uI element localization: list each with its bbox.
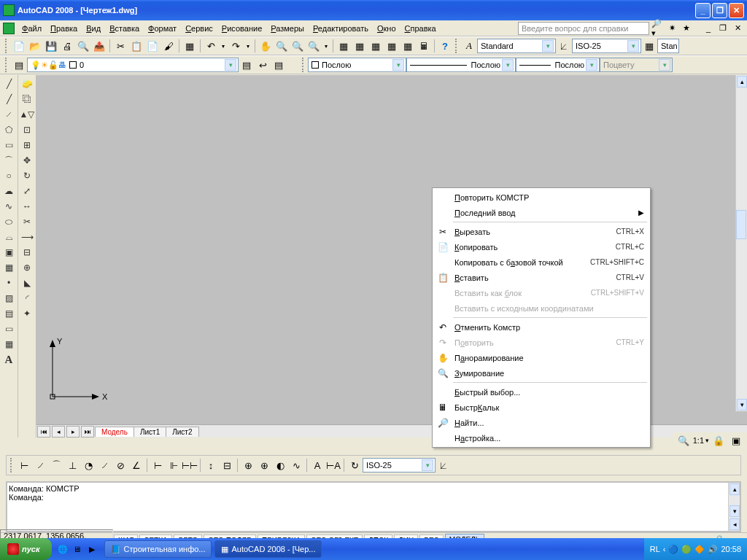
dimstyle-icon[interactable]: ⟀ [557, 39, 571, 53]
ctx-item[interactable]: Настройка... [434, 430, 649, 446]
design-center-icon[interactable]: ▦ [352, 39, 367, 53]
point-icon[interactable]: • [1, 276, 16, 290]
ctx-item[interactable]: 🔍Зумирование [434, 365, 649, 381]
region-icon[interactable]: ▭ [1, 322, 16, 336]
media-icon[interactable]: ▶ [85, 542, 98, 556]
dim-edit-icon[interactable]: A [310, 458, 325, 472]
layer-combo[interactable]: 💡 ☀ 🔓 🖶 0 ▾ [27, 58, 239, 72]
extend-icon[interactable]: ⟶ [20, 230, 34, 244]
zoom-prev-icon[interactable]: 🔍 [290, 39, 305, 53]
scroll-up-icon[interactable]: ▴ [737, 76, 747, 88]
maximize-button[interactable]: ❐ [712, 3, 727, 18]
ctx-item[interactable]: ↶Отменить Комстр [434, 319, 649, 335]
lang-indicator[interactable]: RL [650, 545, 660, 553]
zoom-drop-icon[interactable]: ▾ [322, 39, 330, 53]
dim-angular-icon[interactable]: ∠ [129, 458, 144, 472]
break-icon[interactable]: ⊟ [20, 245, 34, 260]
ctx-item[interactable]: 🖩БыстрКальк [434, 400, 649, 415]
chevron-down-icon[interactable]: ▾ [502, 59, 514, 71]
maximize-viewport-icon[interactable]: ▣ [729, 433, 743, 448]
tab-layout2[interactable]: Лист2 [166, 427, 198, 437]
rotate-icon[interactable]: ↻ [20, 168, 34, 183]
menu-Правка[interactable]: Правка [46, 23, 82, 34]
mdi-restore-icon[interactable]: ❐ [716, 22, 729, 35]
dim-linear-icon[interactable]: ⊢ [17, 458, 31, 472]
open-icon[interactable]: 📂 [28, 39, 42, 53]
chevron-down-icon[interactable]: ▾ [225, 59, 236, 71]
tab-prev-icon[interactable]: ◂ [52, 426, 65, 438]
markup-icon[interactable]: ▦ [400, 39, 415, 53]
menu-Рисование[interactable]: Рисование [217, 23, 266, 34]
new-icon[interactable]: 📄 [12, 39, 26, 53]
grip[interactable] [455, 39, 459, 53]
redo-icon[interactable]: ↷ [228, 39, 243, 53]
dim-radius-icon[interactable]: ◔ [81, 458, 96, 472]
insert-block-icon[interactable]: ▣ [1, 245, 16, 260]
tray-icon[interactable]: 🟢 [681, 545, 692, 554]
grip[interactable] [10, 458, 14, 472]
search-combo-icon[interactable]: 🔎▾ [651, 22, 664, 35]
mirror-icon[interactable]: ▲▽ [20, 107, 34, 122]
polygon-icon[interactable]: ⬠ [1, 122, 16, 137]
revcloud-icon[interactable]: ☁ [1, 184, 16, 198]
offset-icon[interactable]: ⊡ [20, 122, 34, 137]
grip[interactable] [5, 39, 9, 53]
desktop-icon[interactable]: 🖥 [71, 542, 84, 556]
trim-icon[interactable]: ✂ [20, 214, 34, 229]
text-style-combo[interactable]: Standard ▾ [477, 39, 556, 53]
gradient-icon[interactable]: ▤ [1, 306, 16, 321]
chevron-down-icon[interactable]: ▾ [586, 59, 597, 71]
preview-icon[interactable]: 🔍 [76, 39, 90, 53]
fillet-icon[interactable]: ◜ [20, 291, 34, 306]
cmd-scrollbar[interactable]: ▴ ▾ ◂ [728, 483, 740, 531]
center-mark-icon[interactable]: ⊕ [257, 458, 271, 472]
line-icon[interactable]: ╱ [1, 77, 16, 91]
ellipse-arc-icon[interactable]: ⌓ [1, 230, 16, 244]
mdi-close-icon[interactable]: ✕ [731, 22, 744, 35]
lock-scale-icon[interactable]: 🔒 [711, 433, 726, 448]
doc-icon[interactable] [3, 23, 15, 34]
dim-arc-icon[interactable]: ⌒ [49, 458, 63, 472]
grip[interactable] [302, 58, 306, 72]
ctx-item[interactable]: 📋ВставитьCTRL+V [434, 270, 649, 285]
tab-next-icon[interactable]: ▸ [66, 426, 80, 438]
chevron-down-icon[interactable]: ▾ [392, 59, 404, 71]
layer-states-icon[interactable]: ▤ [239, 58, 254, 72]
dim-baseline-icon[interactable]: ⊩ [166, 458, 181, 472]
copy-icon[interactable]: 📋 [129, 39, 144, 53]
tolerance-icon[interactable]: ⊕ [241, 458, 255, 472]
tab-model[interactable]: Модель [95, 427, 134, 437]
scroll-down-icon[interactable]: ▾ [729, 505, 740, 517]
dimstyle-dlg-icon[interactable]: ⟀ [436, 458, 451, 472]
hatch-icon[interactable]: ▨ [1, 291, 16, 306]
table-icon[interactable]: ▦ [1, 337, 16, 351]
sheetset-icon[interactable]: ▦ [384, 39, 399, 53]
scroll-up-icon[interactable]: ▴ [729, 483, 740, 495]
layer-prev-icon[interactable]: ↩ [255, 58, 270, 72]
clock[interactable]: 20:58 [721, 545, 741, 553]
color-combo[interactable]: Послою ▾ [308, 58, 406, 72]
ctx-item[interactable]: Быстрый выбор... [434, 384, 649, 400]
mtext-icon[interactable]: A [1, 352, 16, 367]
ctx-item[interactable]: ✂ВырезатьCTRL+X [434, 224, 649, 239]
join-icon[interactable]: ⊕ [20, 260, 34, 275]
dim-break-icon[interactable]: ⊟ [220, 458, 234, 472]
copy-obj-icon[interactable]: ⿻ [20, 92, 34, 106]
grip[interactable] [5, 58, 9, 72]
dim-style-combo2[interactable]: ISO-25 ▾ [363, 458, 436, 472]
cut-icon[interactable]: ✂ [113, 39, 128, 53]
linetype-combo[interactable]: Послою ▾ [406, 58, 516, 72]
dim-ordinate-icon[interactable]: ⊥ [65, 458, 80, 472]
lineweight-combo[interactable]: Послою ▾ [516, 58, 600, 72]
chevron-down-icon[interactable]: ▾ [705, 437, 709, 444]
inspection-icon[interactable]: ◐ [273, 458, 287, 472]
start-button[interactable]: пуск [0, 538, 52, 560]
matchprop-icon[interactable]: 🖌 [161, 39, 176, 53]
task-item[interactable]: ▦ AutoCAD 2008 - [Чер... [214, 540, 322, 558]
ctx-item[interactable]: Копировать с базовой точкойCTRL+SHIFT+C [434, 254, 649, 270]
tab-layout1[interactable]: Лист1 [133, 427, 166, 437]
scale-icon[interactable]: ⤢ [20, 184, 34, 198]
erase-icon[interactable]: 🧽 [20, 77, 34, 91]
chevron-down-icon[interactable]: ▾ [542, 40, 554, 52]
dim-tedit-icon[interactable]: ⊢A [326, 458, 341, 472]
